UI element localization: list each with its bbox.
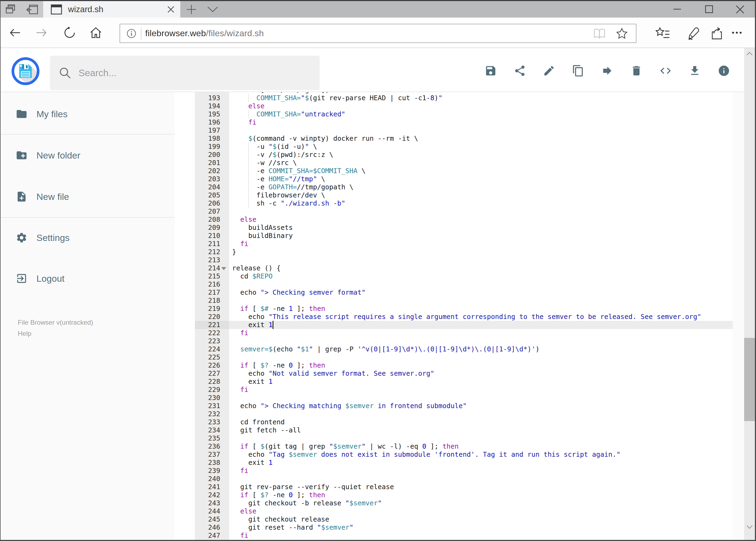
code-line[interactable]: echo "Not valid semver format. See semve…: [232, 369, 434, 377]
code-row[interactable]: 239 fi: [175, 467, 733, 475]
code-row[interactable]: 221 exit 1: [175, 321, 733, 329]
code-line[interactable]: git checkout release: [232, 515, 329, 523]
code-line[interactable]: exit 1: [232, 321, 273, 329]
code-row[interactable]: 242 if [ $? -ne 0 ]; then: [175, 491, 733, 499]
code-line[interactable]: fi: [232, 329, 248, 337]
code-line[interactable]: fi: [232, 532, 248, 540]
code-row[interactable]: 237 echo "Tag $semver does not exist in …: [175, 450, 733, 459]
back-button[interactable]: [10, 28, 21, 38]
sidebar-item-new-file[interactable]: New file: [1, 185, 175, 209]
favorites-hub-button[interactable]: [655, 27, 670, 40]
add-favorite-button[interactable]: [616, 28, 628, 39]
code-row[interactable]: 198 $(command -v winpty) docker run --rm…: [175, 135, 733, 143]
fold-widget-icon[interactable]: [221, 267, 226, 270]
home-button[interactable]: [89, 26, 102, 39]
code-line[interactable]: git reset --hard "$semver": [232, 523, 354, 532]
code-row[interactable]: 233 cd frontend: [175, 418, 733, 426]
reading-view-button[interactable]: [593, 28, 606, 39]
code-row[interactable]: 193 COMMIT_SHA="$(git rev-parse HEAD | c…: [175, 94, 733, 102]
code-row[interactable]: 208 else: [175, 216, 733, 224]
code-line[interactable]: $(command -v winpty) docker run --rm -it…: [232, 135, 418, 143]
move-button[interactable]: [601, 65, 614, 77]
code-row[interactable]: 210 buildBinary: [175, 232, 733, 240]
code-row[interactable]: 229 fi: [175, 386, 733, 394]
code-line[interactable]: buildAssets: [232, 224, 293, 232]
code-line[interactable]: semver=$(echo "$1" | grep -P '^v(0|[1-9]…: [232, 345, 540, 353]
source-button[interactable]: [659, 65, 672, 77]
save-button[interactable]: [484, 65, 497, 77]
code-row[interactable]: 194 else: [175, 102, 733, 110]
page-scrollbar[interactable]: [744, 48, 755, 540]
code-row[interactable]: 204 -e GOPATH=//tmp/gopath \: [175, 183, 733, 191]
code-row[interactable]: 205 filebrowser/dev \: [175, 191, 733, 199]
code-row[interactable]: 199 -u "$(id -u)" \: [175, 143, 733, 151]
code-row[interactable]: 235: [175, 434, 733, 442]
code-line[interactable]: buildBinary: [232, 232, 293, 240]
code-row[interactable]: 202 -e COMMIT_SHA=$COMMIT_SHA \: [175, 167, 733, 175]
code-row[interactable]: 217 echo "> Checking semver format": [175, 288, 733, 296]
code-row[interactable]: 225: [175, 353, 733, 361]
code-row[interactable]: 219 if [ $# -ne 1 ]; then: [175, 305, 733, 313]
scroll-up-icon[interactable]: [746, 52, 753, 56]
code-row[interactable]: 218: [175, 296, 733, 305]
code-line[interactable]: echo "Tag $semver does not exist in subm…: [232, 450, 621, 459]
code-line[interactable]: git rev-parse --verify --quiet release: [232, 483, 394, 491]
web-note-button[interactable]: [687, 27, 701, 41]
code-line[interactable]: exit 1: [232, 459, 273, 467]
code-row[interactable]: 247 fi: [175, 532, 733, 540]
code-editor[interactable]: 192 if [ -d /src/.git ]; then193 COMMIT_…: [175, 92, 733, 540]
code-row[interactable]: 222 fi: [175, 329, 733, 337]
share-button[interactable]: [710, 27, 724, 40]
code-row[interactable]: 220 echo "This release script requires a…: [175, 313, 733, 321]
code-line[interactable]: }: [232, 248, 236, 256]
code-line[interactable]: -w //src \: [232, 159, 297, 167]
code-line[interactable]: fi: [232, 386, 248, 394]
code-line[interactable]: -e HOME="//tmp" \: [232, 175, 325, 183]
code-row[interactable]: 246 git reset --hard "$semver": [175, 523, 733, 532]
minimize-button[interactable]: [673, 5, 681, 14]
code-row[interactable]: 215 cd $REPO: [175, 272, 733, 280]
code-line[interactable]: filebrowser/dev \: [232, 191, 325, 199]
copy-button[interactable]: [572, 65, 584, 77]
code-row[interactable]: 197: [175, 126, 733, 135]
code-row[interactable]: 238 exit 1: [175, 459, 733, 467]
code-line[interactable]: else: [232, 102, 265, 110]
code-line[interactable]: release () {: [232, 264, 281, 272]
code-row[interactable]: 234 git fetch --all: [175, 426, 733, 434]
close-window-button[interactable]: [735, 5, 745, 14]
sidebar-item-my-files[interactable]: My files: [1, 102, 175, 126]
maximize-button[interactable]: [705, 5, 713, 14]
code-row[interactable]: 232: [175, 410, 733, 418]
share-button[interactable]: [514, 65, 526, 77]
code-row[interactable]: 244 else: [175, 507, 733, 515]
code-row[interactable]: 212}: [175, 248, 733, 256]
info-button[interactable]: [718, 65, 730, 77]
code-row[interactable]: 209 buildAssets: [175, 224, 733, 232]
code-line[interactable]: if [ $(git tag | grep "$semver" | wc -l)…: [232, 442, 459, 450]
code-line[interactable]: echo "This release script requires a sin…: [232, 313, 701, 321]
code-row[interactable]: 228 exit 1: [175, 377, 733, 386]
code-line[interactable]: if [ $# -ne 1 ]; then: [232, 305, 325, 313]
code-line[interactable]: git checkout -b release "$semver": [232, 499, 382, 507]
forward-button[interactable]: [36, 28, 47, 38]
file-browser-logo[interactable]: [11, 57, 40, 85]
address-bar[interactable]: filebrowser.web/files/wizard.sh: [120, 24, 636, 43]
code-row[interactable]: 211 fi: [175, 240, 733, 248]
code-line[interactable]: -e COMMIT_SHA=$COMMIT_SHA \: [232, 167, 366, 175]
code-line[interactable]: COMMIT_SHA="untracked": [232, 110, 346, 118]
code-row[interactable]: 236 if [ $(git tag | grep "$semver" | wc…: [175, 442, 733, 450]
code-line[interactable]: sh -c "./wizard.sh -b": [232, 199, 346, 208]
code-row[interactable]: 230: [175, 394, 733, 402]
code-row[interactable]: 224 semver=$(echo "$1" | grep -P '^v(0|[…: [175, 345, 733, 353]
rename-button[interactable]: [543, 65, 555, 77]
sidebar-item-new-folder[interactable]: New folder: [1, 143, 175, 168]
help-link[interactable]: Help: [18, 328, 93, 339]
download-button[interactable]: [688, 65, 701, 77]
code-line[interactable]: if [ $? -ne 0 ]; then: [232, 361, 325, 369]
sidebar-item-settings[interactable]: Settings: [1, 226, 175, 250]
code-row[interactable]: 195 COMMIT_SHA="untracked": [175, 110, 733, 118]
code-row[interactable]: 223: [175, 337, 733, 345]
code-row[interactable]: 240: [175, 475, 733, 483]
site-info-icon[interactable]: [126, 29, 136, 38]
code-row[interactable]: 213: [175, 256, 733, 264]
